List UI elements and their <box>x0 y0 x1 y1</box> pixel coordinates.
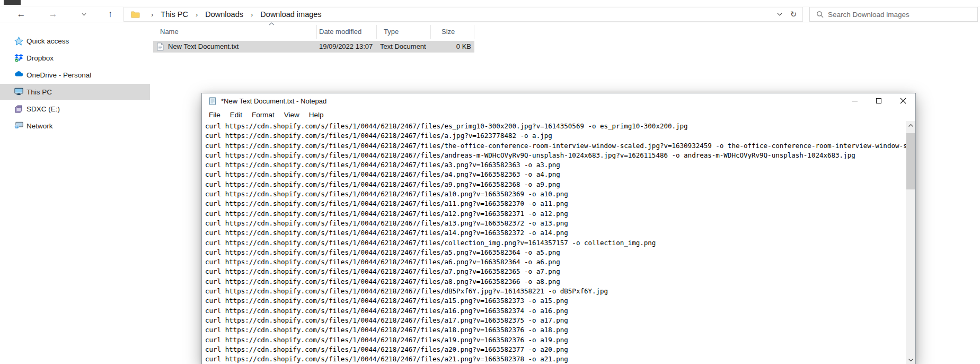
scroll-down-icon[interactable] <box>906 356 915 364</box>
column-header-size[interactable]: Size <box>442 28 455 36</box>
column-header-date-modified[interactable]: Date modified <box>319 28 361 36</box>
forward-button[interactable]: → <box>46 6 60 22</box>
sidebar-item-sdxc[interactable]: SDXC SDXC (E:) <box>0 101 150 117</box>
notepad-title-bar[interactable]: *New Text Document.txt - Notepad <box>202 93 915 108</box>
notepad-text-content: curl https://cdn.shopify.com/s/files/1/0… <box>202 121 906 364</box>
notepad-body: curl https://cdn.shopify.com/s/files/1/0… <box>202 121 915 364</box>
up-button[interactable]: ↑ <box>103 6 117 22</box>
sidebar-item-label: Quick access <box>27 37 69 45</box>
breadcrumb-chevron-icon: › <box>147 11 157 19</box>
maximize-icon <box>876 98 881 103</box>
menu-file[interactable]: File <box>204 111 225 119</box>
search-placeholder: Search Download images <box>824 11 910 19</box>
sidebar-item-quick-access[interactable]: Quick access <box>0 33 150 49</box>
breadcrumb-chevron-icon: › <box>246 11 257 19</box>
network-icon <box>14 122 23 131</box>
background-window-fragment <box>4 0 21 5</box>
notepad-app-icon <box>208 97 217 105</box>
scroll-up-icon[interactable] <box>906 121 915 130</box>
sd-card-icon: SDXC <box>14 105 23 114</box>
sidebar-item-network[interactable]: Network <box>0 118 150 134</box>
onedrive-cloud-icon <box>14 71 23 80</box>
quick-access-star-icon <box>14 37 23 46</box>
close-icon <box>900 98 906 104</box>
breadcrumb-download-images[interactable]: Download images <box>257 10 324 19</box>
notepad-menu-bar: File Edit Format View Help <box>202 108 915 121</box>
breadcrumb-chevron-icon: › <box>191 11 202 19</box>
sidebar-item-onedrive[interactable]: OneDrive - Personal <box>0 67 150 83</box>
breadcrumb: › This PC › Downloads › Download images <box>140 10 325 19</box>
file-row-new-text-document[interactable]: New Text Document.txt 19/09/2022 13:07 T… <box>153 41 474 53</box>
file-date-modified: 19/09/2022 13:07 <box>319 42 373 50</box>
scrollbar-thumb[interactable] <box>906 133 915 189</box>
notepad-window: *New Text Document.txt - Notepad File Ed… <box>201 93 916 364</box>
column-header-type[interactable]: Type <box>384 28 399 36</box>
column-divider[interactable] <box>430 25 431 39</box>
vertical-scrollbar[interactable] <box>906 121 915 364</box>
explorer-toolbar: ← → ↑ › This PC › Downloads › Download i… <box>0 6 980 22</box>
notepad-text-area[interactable]: curl https://cdn.shopify.com/s/files/1/0… <box>202 121 906 364</box>
file-type: Text Document <box>380 42 426 50</box>
column-divider[interactable] <box>376 25 377 39</box>
column-divider[interactable] <box>316 25 317 39</box>
sidebar-item-label: Dropbox <box>27 54 54 62</box>
close-button[interactable] <box>891 93 915 108</box>
minimize-icon <box>852 101 858 101</box>
search-input[interactable]: Search Download images <box>809 7 978 22</box>
sidebar-item-dropbox[interactable]: Dropbox <box>0 50 150 66</box>
minimize-button[interactable] <box>842 93 867 108</box>
navigation-pane: Quick access Dropbox <box>0 22 150 364</box>
breadcrumb-downloads[interactable]: Downloads <box>202 10 246 19</box>
sort-ascending-icon[interactable] <box>269 22 275 25</box>
screen: ← → ↑ › This PC › Downloads › Download i… <box>0 0 980 364</box>
folder-icon <box>124 11 140 18</box>
search-icon <box>816 11 824 18</box>
column-divider[interactable] <box>474 25 474 39</box>
svg-text:SDXC: SDXC <box>17 106 22 108</box>
menu-format[interactable]: Format <box>247 111 279 119</box>
sidebar-item-label: OneDrive - Personal <box>27 71 91 79</box>
back-button[interactable]: ← <box>14 6 28 22</box>
file-size: 0 KB <box>446 42 471 50</box>
sidebar-item-label: Network <box>27 122 53 130</box>
sidebar-item-label: This PC <box>27 88 52 96</box>
recent-locations-chevron-icon[interactable] <box>80 6 88 22</box>
file-name: New Text Document.txt <box>168 42 239 50</box>
address-bar[interactable]: › This PC › Downloads › Download images … <box>123 7 803 22</box>
maximize-button[interactable] <box>867 93 891 108</box>
refresh-icon[interactable]: ↻ <box>787 7 800 21</box>
sidebar-item-label: SDXC (E:) <box>27 105 60 113</box>
column-header-name[interactable]: Name <box>160 28 179 36</box>
menu-help[interactable]: Help <box>304 111 329 119</box>
sidebar-item-this-pc[interactable]: This PC <box>0 84 150 100</box>
menu-view[interactable]: View <box>279 111 304 119</box>
breadcrumb-this-pc[interactable]: This PC <box>157 10 191 19</box>
notepad-window-title: *New Text Document.txt - Notepad <box>221 97 326 105</box>
computer-icon <box>14 88 23 97</box>
address-dropdown-chevron-icon[interactable] <box>773 7 787 21</box>
text-file-icon <box>157 42 164 51</box>
dropbox-icon <box>14 54 23 63</box>
menu-edit[interactable]: Edit <box>225 111 247 119</box>
